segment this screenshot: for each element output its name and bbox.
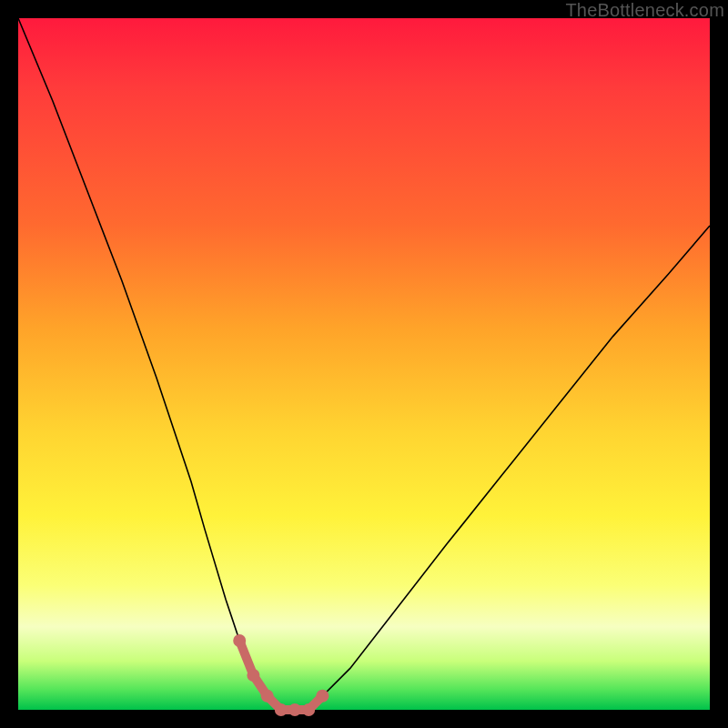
optimal-range-dot [247,669,259,682]
optimal-range-dot [316,690,329,703]
plot-area [18,18,710,710]
optimal-range-dot [288,703,301,716]
optimal-range-dot [261,690,274,703]
optimal-range-dot [275,703,288,716]
optimal-range-dot [302,703,315,716]
chart-frame: TheBottleneck.com [0,0,728,728]
curve-svg [18,18,710,710]
optimal-range-dot [233,634,246,647]
bottleneck-curve [18,18,710,710]
